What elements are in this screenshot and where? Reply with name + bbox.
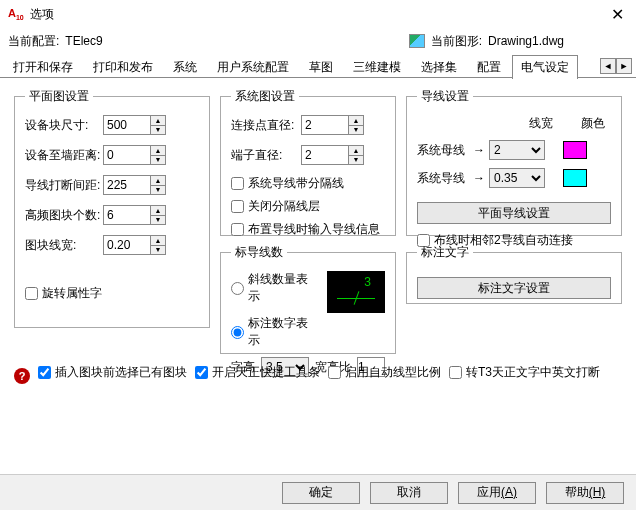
group-system-legend: 系统图设置 <box>231 88 299 105</box>
conn-diam-input[interactable] <box>301 115 349 135</box>
profile-label: 当前配置: <box>8 33 59 50</box>
apply-button[interactable]: 应用(A) <box>458 482 536 504</box>
help-button[interactable]: 帮助(H) <box>546 482 624 504</box>
rotate-attr-label: 旋转属性字 <box>42 285 102 302</box>
bottom-c4-label: 转T3天正文字中英文打断 <box>466 364 600 381</box>
tab-profile[interactable]: 配置 <box>468 55 510 79</box>
wirenum-r1-label: 斜线数量表示 <box>248 271 319 305</box>
cancel-button[interactable]: 取消 <box>370 482 448 504</box>
tab-bar: 打开和保存 打印和发布 系统 用户系统配置 草图 三维建模 选择集 配置 电气设… <box>0 54 636 78</box>
bottom-c2[interactable] <box>195 366 208 379</box>
line-label: 系统导线 <box>417 170 469 187</box>
tab-electrical[interactable]: 电气设定 <box>512 55 578 79</box>
tab-3d[interactable]: 三维建模 <box>344 55 410 79</box>
bottom-c1-label: 插入图块前选择已有图块 <box>55 364 187 381</box>
line-lw-select[interactable]: 0.35 <box>489 168 545 188</box>
wirenum-r1[interactable] <box>231 282 244 295</box>
profile-value: TElec9 <box>65 34 205 48</box>
group-system: 系统图设置 连接点直径: ▲▼ 端子直径: ▲▼ 系统导线带分隔线 关闭分隔线层… <box>220 88 396 236</box>
conn-diam-label: 连接点直径: <box>231 117 301 134</box>
bus-color-swatch[interactable] <box>563 141 587 159</box>
tab-scroll-right-icon[interactable]: ► <box>616 58 632 74</box>
sys-cb2-label: 关闭分隔线层 <box>248 198 320 215</box>
group-wirenum-legend: 标导线数 <box>231 244 287 261</box>
wirenum-preview: 3 <box>327 271 385 313</box>
block-size-input[interactable] <box>103 115 151 135</box>
sys-cb1-label: 系统导线带分隔线 <box>248 175 344 192</box>
bus-label: 系统母线 <box>417 142 469 159</box>
tab-user[interactable]: 用户系统配置 <box>208 55 298 79</box>
bottom-c4[interactable] <box>449 366 462 379</box>
rotate-attr-checkbox[interactable] <box>25 287 38 300</box>
help-icon[interactable]: ? <box>14 368 30 384</box>
drawing-label: 当前图形: <box>431 33 482 50</box>
line-color-swatch[interactable] <box>563 169 587 187</box>
app-icon: A10 <box>8 7 24 21</box>
block-lw-label: 图块线宽: <box>25 237 103 254</box>
wall-dist-input[interactable] <box>103 145 151 165</box>
bottom-c1[interactable] <box>38 366 51 379</box>
bus-lw-select[interactable]: 2 <box>489 140 545 160</box>
block-size-label: 设备块尺寸: <box>25 117 103 134</box>
tab-plot[interactable]: 打印和发布 <box>84 55 162 79</box>
bottom-c3-label: 启用自动线型比例 <box>345 364 441 381</box>
wire-gap-input[interactable] <box>103 175 151 195</box>
hdr-color: 颜色 <box>581 115 605 132</box>
block-lw-input[interactable] <box>103 235 151 255</box>
tab-scroll-left-icon[interactable]: ◄ <box>600 58 616 74</box>
term-diam-spinner[interactable]: ▲▼ <box>349 145 364 165</box>
sys-cb3[interactable] <box>231 223 244 236</box>
wire-gap-spinner[interactable]: ▲▼ <box>151 175 166 195</box>
drawing-value: Drawing1.dwg <box>488 34 628 48</box>
term-diam-input[interactable] <box>301 145 349 165</box>
plan-wire-settings-button[interactable]: 平面导线设置 <box>417 202 611 224</box>
hf-count-label: 高频图块个数: <box>25 207 103 224</box>
wall-dist-label: 设备至墙距离: <box>25 147 103 164</box>
hf-count-spinner[interactable]: ▲▼ <box>151 205 166 225</box>
term-diam-label: 端子直径: <box>231 147 301 164</box>
wire-gap-label: 导线打断间距: <box>25 177 103 194</box>
block-lw-spinner[interactable]: ▲▼ <box>151 235 166 255</box>
group-dimtext: 标注文字 标注文字设置 <box>406 244 622 304</box>
bottom-c3[interactable] <box>328 366 341 379</box>
group-dimtext-legend: 标注文字 <box>417 244 473 261</box>
tab-select[interactable]: 选择集 <box>412 55 466 79</box>
tab-system[interactable]: 系统 <box>164 55 206 79</box>
tab-open-save[interactable]: 打开和保存 <box>4 55 82 79</box>
ok-button[interactable]: 确定 <box>282 482 360 504</box>
wirenum-r2[interactable] <box>231 326 244 339</box>
group-wirenum: 标导线数 斜线数量表示 标注数字表示 3 字高 3.5 宽高比 <box>220 244 396 354</box>
sys-cb3-label: 布置导线时输入导线信息 <box>248 221 380 238</box>
close-icon[interactable]: ✕ <box>607 5 628 24</box>
drawing-icon <box>409 34 425 48</box>
hdr-lw: 线宽 <box>529 115 553 132</box>
group-wire: 导线设置 线宽 颜色 系统母线 → 2 系统导线 → 0.35 平面导线 <box>406 88 622 236</box>
conn-diam-spinner[interactable]: ▲▼ <box>349 115 364 135</box>
group-plan: 平面图设置 设备块尺寸: ▲▼ 设备至墙距离: ▲▼ 导线打断间距: ▲▼ 高频… <box>14 88 210 328</box>
bottom-c2-label: 开启天正快捷工具条 <box>212 364 320 381</box>
sys-cb2[interactable] <box>231 200 244 213</box>
wirenum-r2-label: 标注数字表示 <box>248 315 319 349</box>
window-title: 选项 <box>30 6 607 23</box>
arrow-icon: → <box>473 171 485 185</box>
dimtext-settings-button[interactable]: 标注文字设置 <box>417 277 611 299</box>
group-plan-legend: 平面图设置 <box>25 88 93 105</box>
sys-cb1[interactable] <box>231 177 244 190</box>
block-size-spinner[interactable]: ▲▼ <box>151 115 166 135</box>
group-wire-legend: 导线设置 <box>417 88 473 105</box>
arrow-icon: → <box>473 143 485 157</box>
wall-dist-spinner[interactable]: ▲▼ <box>151 145 166 165</box>
tab-draft[interactable]: 草图 <box>300 55 342 79</box>
hf-count-input[interactable] <box>103 205 151 225</box>
